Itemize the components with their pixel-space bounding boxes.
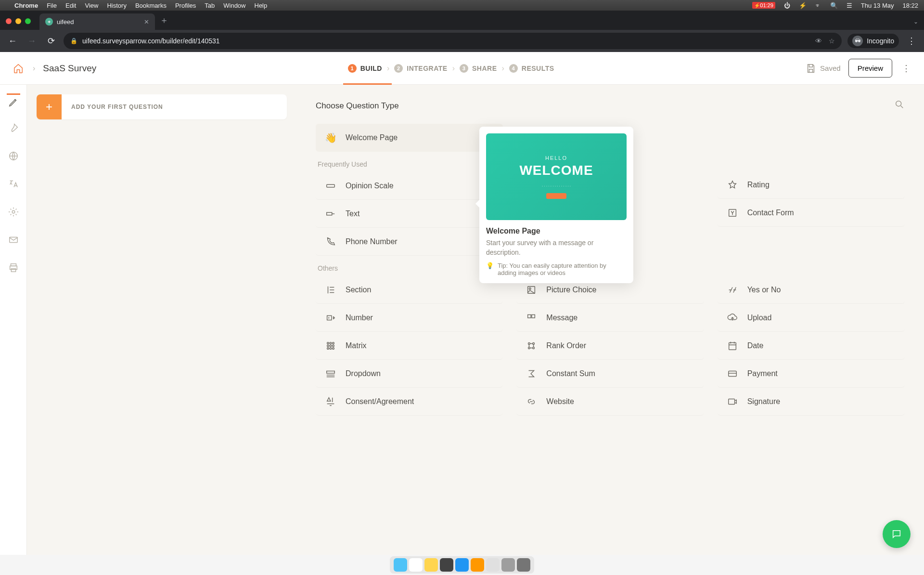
qtype-message[interactable]: Message: [516, 304, 704, 332]
survey-title[interactable]: SaaS Survey: [43, 63, 96, 74]
saved-indicator: Saved: [806, 63, 841, 74]
dock-app[interactable]: [471, 558, 484, 572]
tab-overview-icon[interactable]: ⌄: [913, 18, 918, 25]
menu-help[interactable]: Help: [255, 2, 268, 9]
search-icon[interactable]: [894, 99, 905, 112]
menubar-date[interactable]: Thu 13 May: [861, 2, 894, 9]
minimize-window-icon[interactable]: [15, 18, 21, 24]
qtype-dropdown[interactable]: Dropdown: [316, 360, 503, 388]
menu-bookmarks[interactable]: Bookmarks: [135, 2, 167, 9]
dock-app[interactable]: [501, 558, 515, 572]
qtype-icon: [525, 312, 538, 324]
picker-title: Choose Question Type: [316, 101, 399, 111]
qtype-welcome-page[interactable]: 👋 Welcome Page: [316, 124, 503, 152]
dock-app[interactable]: [440, 558, 453, 572]
qtype-text[interactable]: Text: [316, 200, 503, 228]
more-menu-icon[interactable]: ⋮: [900, 63, 912, 74]
qtype-signature[interactable]: Signature: [718, 388, 905, 416]
reload-button[interactable]: ⟳: [44, 36, 58, 46]
eye-off-icon[interactable]: 👁: [815, 37, 822, 45]
globe-icon[interactable]: [7, 149, 20, 163]
settings-icon[interactable]: [7, 205, 20, 219]
step-build[interactable]: 1 BUILD: [348, 64, 382, 73]
qtype-contact-form[interactable]: Contact Form: [718, 199, 905, 227]
dock-app[interactable]: [394, 558, 407, 572]
step-integrate[interactable]: 2 INTEGRATE: [394, 64, 447, 73]
brush-icon[interactable]: [7, 121, 20, 135]
qtype-icon: [324, 284, 337, 296]
qtype-number[interactable]: Number: [316, 304, 503, 332]
frequently-used-label: Frequently Used: [318, 160, 503, 168]
add-question-button[interactable]: +: [37, 94, 62, 119]
svg-point-6: [896, 101, 901, 106]
print-icon[interactable]: [7, 261, 20, 274]
translate-icon[interactable]: [7, 177, 20, 191]
menu-edit[interactable]: Edit: [65, 2, 76, 9]
svg-point-19: [327, 347, 329, 349]
mail-icon[interactable]: [7, 233, 20, 247]
bookmark-star-icon[interactable]: ☆: [829, 37, 835, 45]
dock-app[interactable]: [486, 558, 500, 572]
menubar-app[interactable]: Chrome: [14, 2, 38, 9]
power-icon[interactable]: ⚡: [799, 2, 807, 9]
close-window-icon[interactable]: [6, 18, 12, 24]
phone-icon: [324, 235, 337, 248]
chevron-right-icon: ›: [33, 64, 35, 73]
home-icon[interactable]: [12, 62, 25, 75]
qtype-phone[interactable]: Phone Number: [316, 228, 503, 256]
menu-profiles[interactable]: Profiles: [175, 2, 196, 9]
macos-menubar: Chrome File Edit View History Bookmarks …: [0, 0, 924, 11]
window-controls[interactable]: [6, 18, 31, 24]
qtype-section[interactable]: Section: [316, 276, 503, 304]
qtype-icon: [324, 340, 337, 352]
qtype-rank-order[interactable]: Rank Order: [516, 332, 704, 360]
form-icon: [726, 207, 739, 219]
wifi-icon[interactable]: ᯤ: [815, 2, 821, 9]
menu-tab[interactable]: Tab: [205, 2, 215, 9]
svg-rect-2: [9, 237, 17, 243]
control-center-icon[interactable]: ☰: [847, 2, 852, 9]
chrome-menu-button[interactable]: ⋮: [905, 36, 918, 46]
qtype-consent-agreement[interactable]: Consent/Agreement: [316, 388, 503, 416]
maximize-window-icon[interactable]: [25, 18, 31, 24]
qtype-yes-or-no[interactable]: Yes or No: [718, 276, 905, 304]
svg-rect-5: [11, 269, 15, 272]
preview-button[interactable]: Preview: [848, 59, 892, 78]
status-icon[interactable]: ⏻: [784, 2, 790, 9]
forward-button[interactable]: →: [25, 36, 38, 46]
add-question-card[interactable]: + ADD YOUR FIRST QUESTION: [37, 94, 287, 119]
edit-icon[interactable]: [7, 93, 20, 107]
menu-view[interactable]: View: [85, 2, 98, 9]
menubar-time[interactable]: 18:22: [902, 2, 918, 9]
svg-point-23: [528, 347, 530, 349]
chevron-right-icon: ›: [387, 64, 389, 73]
svg-rect-26: [729, 342, 736, 350]
qtype-upload[interactable]: Upload: [718, 304, 905, 332]
dock-app[interactable]: [517, 558, 530, 572]
back-button[interactable]: ←: [6, 36, 19, 46]
address-bar[interactable]: 🔒 uifeed.surveysparrow.com/builder/edit/…: [64, 33, 842, 49]
menu-history[interactable]: History: [107, 2, 126, 9]
dock-app[interactable]: [424, 558, 438, 572]
dock-app[interactable]: [409, 558, 423, 572]
menu-file[interactable]: File: [47, 2, 57, 9]
browser-tab[interactable]: ✦ uifeed ✕: [39, 13, 155, 30]
intercom-chat-button[interactable]: [883, 520, 911, 548]
step-results[interactable]: 4 RESULTS: [509, 64, 554, 73]
incognito-chip[interactable]: 🕶 Incognito: [847, 34, 899, 48]
dock-app[interactable]: [455, 558, 469, 572]
qtype-matrix[interactable]: Matrix: [316, 332, 503, 360]
build-steps: 1 BUILD › 2 INTEGRATE › 3 SHARE › 4 RESU…: [348, 64, 554, 73]
qtype-opinion-scale[interactable]: Opinion Scale: [316, 172, 503, 200]
menu-window[interactable]: Window: [223, 2, 245, 9]
qtype-constant-sum[interactable]: Constant Sum: [516, 360, 704, 388]
close-tab-icon[interactable]: ✕: [144, 18, 149, 26]
qtype-website[interactable]: Website: [516, 388, 704, 416]
qtype-payment[interactable]: Payment: [718, 360, 905, 388]
step-share[interactable]: 3 SHARE: [460, 64, 497, 73]
search-icon[interactable]: 🔍: [830, 2, 838, 9]
new-tab-button[interactable]: ＋: [160, 14, 168, 26]
qtype-rating[interactable]: Rating: [718, 171, 905, 199]
qtype-date[interactable]: Date: [718, 332, 905, 360]
qtype-icon: [525, 367, 538, 380]
